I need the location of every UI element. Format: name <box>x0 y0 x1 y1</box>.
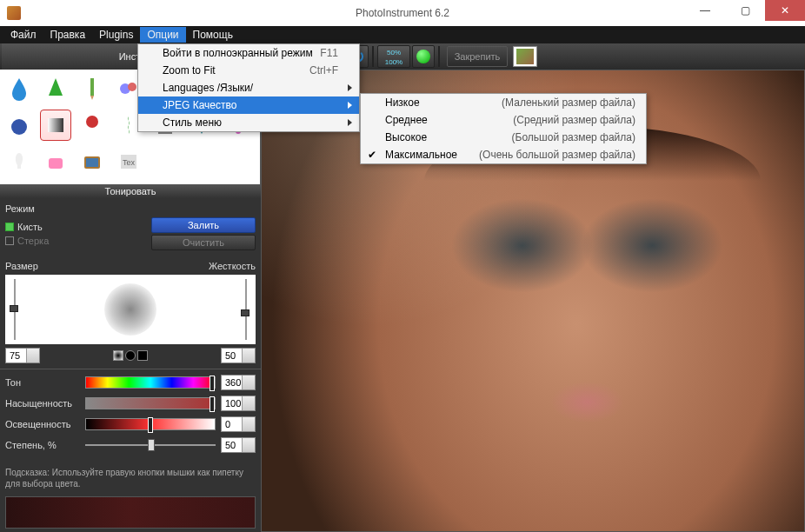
window-controls: — ▢ ✕ <box>685 0 805 21</box>
saturation-label: Насыщенность <box>5 398 80 409</box>
tool-sphere[interactable] <box>3 110 35 141</box>
svg-point-7 <box>86 116 98 128</box>
brush-preview-icon <box>104 283 156 336</box>
menu-options[interactable]: Опции <box>140 27 185 43</box>
amount-input[interactable]: 50 <box>221 437 256 453</box>
mode-panel: Режим Кисть Стерка Залить Очистить <box>0 198 261 256</box>
svg-rect-0 <box>90 78 94 96</box>
svg-rect-6 <box>48 118 63 132</box>
lightness-label: Освещенность <box>5 419 80 429</box>
quality-medium[interactable]: Среднее(Средний размер файла) <box>361 111 646 129</box>
quality-high[interactable]: Высокое(Большой размер файла) <box>361 129 646 146</box>
pin-button[interactable]: Закрепить <box>447 46 508 67</box>
color-preview <box>5 496 256 529</box>
hue-slider[interactable] <box>85 376 216 389</box>
soft-round-option[interactable] <box>113 350 123 361</box>
saturation-slider[interactable] <box>85 397 216 409</box>
effect-panel-title: Тонировать <box>0 184 261 198</box>
svg-point-5 <box>11 119 27 135</box>
svg-rect-16 <box>86 158 98 167</box>
fit-button[interactable] <box>412 45 435 68</box>
drop-icon <box>9 76 30 101</box>
erase-radio-label: Стерка <box>17 236 49 246</box>
size-label: Размер <box>5 261 38 271</box>
color-sliders: Тон 360 Насыщенность 100 Освещенность 0 … <box>0 369 261 463</box>
lightness-slider[interactable] <box>85 418 216 430</box>
text-icon: Tex <box>118 150 139 174</box>
svg-point-2 <box>128 83 136 91</box>
fill-button[interactable]: Залить <box>151 217 256 233</box>
tool-text[interactable]: Tex <box>113 146 144 177</box>
jpeg-quality-submenu: Низкое(Маленький размер файла) Среднее(С… <box>360 93 647 164</box>
green-ball-icon <box>416 50 430 63</box>
tool-tree[interactable] <box>40 73 71 104</box>
tool-bulb[interactable] <box>3 146 35 177</box>
menu-help[interactable]: Помощь <box>186 27 240 43</box>
options-menu: Войти в полноэкранный режимF11 Zoom to F… <box>137 43 360 132</box>
minimize-button[interactable]: — <box>685 0 725 21</box>
tree-icon <box>45 76 66 101</box>
titlebar: PhotoInstrument 6.2 — ▢ ✕ <box>0 0 805 26</box>
size-input[interactable]: 75 <box>5 348 40 363</box>
saturation-input[interactable]: 100 <box>221 396 256 411</box>
chevron-right-icon <box>348 102 352 109</box>
tool-tv[interactable] <box>77 146 108 177</box>
tool-drop[interactable] <box>3 73 35 104</box>
clear-button[interactable]: Очистить <box>151 235 256 250</box>
tool-gradient[interactable] <box>40 110 71 141</box>
menu-style[interactable]: Стиль меню <box>138 114 359 131</box>
brush-shape-picker <box>113 350 148 361</box>
hardness-label: Жесткость <box>209 261 256 271</box>
maximize-button[interactable]: ▢ <box>725 0 765 21</box>
tv-icon <box>82 150 103 174</box>
app-icon <box>7 6 21 20</box>
eraser-icon <box>45 150 66 174</box>
zoom-indicator[interactable]: 50%100% <box>377 45 410 68</box>
menu-plugins[interactable]: Plugins <box>92 27 140 43</box>
brush-radio[interactable] <box>5 223 14 231</box>
lightness-input[interactable]: 0 <box>221 416 256 432</box>
coil-icon <box>118 113 139 137</box>
separator <box>372 46 374 67</box>
menu-edit[interactable]: Правка <box>43 27 93 43</box>
chevron-right-icon <box>348 119 352 126</box>
tool-pencil[interactable] <box>77 73 108 104</box>
check-icon: ✔ <box>368 149 376 161</box>
app-title: PhotoInstrument 6.2 <box>356 7 449 19</box>
close-button[interactable]: ✕ <box>765 0 805 21</box>
svg-text:Tex: Tex <box>123 158 136 167</box>
menu-zoom-fit[interactable]: Zoom to FitCtrl+F <box>138 62 359 79</box>
sphere-icon <box>9 113 30 137</box>
hardness-slider[interactable] <box>240 279 252 340</box>
menu-languages[interactable]: Languages /Языки/ <box>138 79 359 96</box>
tool-eraser[interactable] <box>40 146 71 177</box>
menu-file[interactable]: Файл <box>3 27 43 43</box>
menubar: Файл Правка Plugins Опции Помощь <box>0 26 805 43</box>
pencil-icon <box>82 76 103 101</box>
amount-slider[interactable] <box>85 439 216 451</box>
quality-low[interactable]: Низкое(Маленький размер файла) <box>361 94 646 111</box>
menu-fullscreen[interactable]: Войти в полноэкранный режимF11 <box>138 44 359 62</box>
erase-radio[interactable] <box>5 236 14 245</box>
tool-cone[interactable] <box>77 110 108 141</box>
toolbar: Инстр 50%100% Закрепить <box>0 43 805 70</box>
chevron-right-icon <box>348 84 352 91</box>
hue-input[interactable]: 360 <box>221 375 256 390</box>
balls-icon <box>118 76 139 101</box>
square-option[interactable] <box>137 350 148 361</box>
hardness-input[interactable]: 50 <box>221 348 256 363</box>
sidebar: Tex Тонировать Режим Кисть Стерка Залить <box>0 70 261 532</box>
hint-text: Подсказка: Используйте правую кнопки мыш… <box>0 463 261 493</box>
amount-label: Степень, % <box>5 440 80 450</box>
menu-jpeg-quality[interactable]: JPEG Качество <box>138 96 359 114</box>
cone-icon <box>82 113 103 137</box>
brush-radio-label: Кисть <box>17 222 43 232</box>
brush-panel: Размер Жесткость 75 50 <box>0 256 261 369</box>
hard-round-option[interactable] <box>125 350 136 361</box>
mode-header: Режим <box>5 203 256 214</box>
gradient-icon <box>45 113 66 137</box>
svg-rect-14 <box>49 158 63 169</box>
image-thumbnail[interactable] <box>513 46 537 67</box>
size-slider[interactable] <box>9 279 21 340</box>
quality-max[interactable]: ✔Максимальное(Очень большой размер файла… <box>361 146 646 163</box>
